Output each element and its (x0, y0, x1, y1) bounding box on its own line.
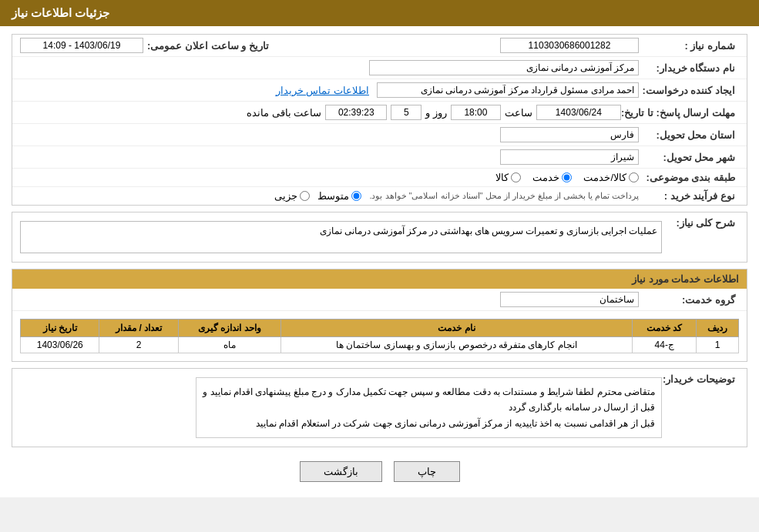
service-group-value-cell (20, 292, 639, 307)
buyer-note-line-3: قبل از هر اقدامی نسبت به اخذ تاییدیه از … (203, 416, 655, 431)
page-header: جزئیات اطلاعات نیاز (0, 0, 759, 26)
need-number-value-cell (273, 38, 639, 53)
deadline-value-cell: ساعت روز و ساعت باقی مانده (20, 105, 621, 120)
announce-datetime-label: تاریخ و ساعت اعلان عمومی: (143, 40, 273, 52)
cell-name: انجام کارهای متفرقه درخصوص بازسازی و بهس… (280, 337, 633, 353)
province-row: استان محل تحویل: (12, 124, 747, 146)
buyer-note-line-1: متقاضی محترم لطفا شرایط و مستندات به دقت… (203, 384, 655, 400)
main-content: شماره نیاز : تاریخ و ساعت اعلان عمومی: ن… (0, 26, 759, 497)
need-number-input[interactable] (500, 38, 639, 53)
need-number-label: شماره نیاز : (639, 40, 739, 52)
services-table: ردیف کد خدمت نام خدمت واحد اندازه گیری ت… (20, 319, 739, 353)
service-group-label: گروه خدمت: (639, 294, 739, 306)
announce-datetime-value-cell (20, 38, 143, 53)
table-header-row: ردیف کد خدمت نام خدمت واحد اندازه گیری ت… (21, 320, 739, 337)
purchase-type-radio-2[interactable] (351, 191, 361, 201)
city-value-cell (20, 149, 639, 165)
col-header-date: تاریخ نیاز (21, 320, 99, 337)
requester-row: ایجاد کننده درخواست: اطلاعات تماس خریدار (12, 79, 747, 102)
contact-link[interactable]: اطلاعات تماس خریدار (276, 85, 369, 96)
category-radio-1[interactable] (511, 172, 521, 182)
province-value-cell (20, 127, 639, 142)
deadline-date-input[interactable] (536, 105, 621, 120)
purchase-type-label: نوع فرآیند خرید : (639, 190, 739, 202)
purchase-type-radio-1[interactable] (300, 191, 310, 201)
deadline-label: مهلت ارسال پاسخ: تا تاریخ: (621, 107, 739, 119)
main-info-section: شماره نیاز : تاریخ و ساعت اعلان عمومی: ن… (12, 34, 747, 206)
buyer-notes-label: توضیحات خریدار: (662, 373, 739, 385)
days-label: روز و (425, 107, 447, 119)
requester-value-cell: اطلاعات تماس خریدار (20, 82, 639, 98)
purchase-type-note: پرداخت تمام یا بخشی از مبلغ خریدار از مح… (369, 191, 639, 201)
cell-unit: ماه (178, 337, 280, 353)
buyer-org-row: نام دستگاه خریدار: (12, 57, 747, 79)
col-header-name: نام خدمت (280, 320, 633, 337)
buyer-org-label: نام دستگاه خریدار: (639, 62, 739, 74)
city-row: شهر محل تحویل: (12, 146, 747, 169)
purchase-type-option-1[interactable]: جزیی (274, 190, 310, 202)
services-section-title: اطلاعات خدمات مورد نیاز (632, 273, 739, 285)
cell-code: ج-44 (633, 337, 697, 353)
buyer-notes-content: متقاضی محترم لطفا شرایط و مستندات به دقت… (196, 377, 662, 438)
services-section-header: اطلاعات خدمات مورد نیاز (12, 269, 747, 289)
need-desc-textarea[interactable]: عملیات اجرایی بازسازی و تعمیرات سرویس ها… (20, 221, 662, 253)
purchase-type-option-2[interactable]: متوسط (317, 190, 361, 202)
province-input[interactable] (500, 127, 639, 142)
buyer-note-line-2: قبل از ارسال در سامانه بارگذاری گردد (203, 400, 655, 415)
deadline-row: مهلت ارسال پاسخ: تا تاریخ: ساعت روز و سا… (12, 102, 747, 124)
cell-qty: 2 (99, 337, 178, 353)
purchase-type-row: نوع فرآیند خرید : پرداخت تمام یا بخشی از… (12, 187, 747, 205)
category-radio-3[interactable] (629, 172, 639, 182)
service-group-input[interactable] (500, 292, 639, 307)
city-input[interactable] (500, 149, 639, 165)
col-header-qty: تعداد / مقدار (99, 320, 178, 337)
requester-input[interactable] (377, 82, 639, 98)
buyer-notes-row: توضیحات خریدار: متقاضی محترم لطفا شرایط … (12, 369, 747, 447)
province-label: استان محل تحویل: (639, 129, 739, 141)
table-row: 1 ج-44 انجام کارهای متفرقه درخصوص بازساز… (21, 337, 739, 353)
city-label: شهر محل تحویل: (639, 152, 739, 163)
page-title: جزئیات اطلاعات نیاز (12, 6, 109, 19)
services-section: اطلاعات خدمات مورد نیاز گروه خدمت: ردیف … (12, 269, 747, 362)
need-desc-row: شرح کلی نیاز: عملیات اجرایی بازسازی و تع… (12, 212, 747, 262)
remain-time-input[interactable] (325, 105, 387, 120)
buyer-org-value-cell (20, 60, 639, 75)
page-wrapper: جزئیات اطلاعات نیاز شماره نیاز : تاریخ و… (0, 0, 759, 497)
print-button[interactable]: چاپ (394, 461, 460, 482)
buyer-notes-section: توضیحات خریدار: متقاضی محترم لطفا شرایط … (12, 368, 747, 447)
category-option-1[interactable]: کالا (495, 172, 521, 183)
need-desc-label: شرح کلی نیاز: (662, 217, 739, 229)
requester-label: ایجاد کننده درخواست: (639, 85, 739, 96)
col-header-unit: واحد اندازه گیری (178, 320, 280, 337)
need-desc-section: شرح کلی نیاز: عملیات اجرایی بازسازی و تع… (12, 212, 747, 263)
service-group-row: گروه خدمت: (12, 289, 747, 311)
need-desc-value-cell: عملیات اجرایی بازسازی و تعمیرات سرویس ها… (20, 217, 662, 257)
category-option-2[interactable]: خدمت (532, 172, 572, 183)
category-radio-2[interactable] (562, 172, 572, 182)
deadline-time-input[interactable] (451, 105, 501, 120)
buyer-org-input[interactable] (369, 60, 639, 75)
category-option-3[interactable]: کالا/خدمت (583, 172, 639, 183)
purchase-type-value-cell: پرداخت تمام یا بخشی از مبلغ خریدار از مح… (20, 190, 639, 202)
back-button[interactable]: بازگشت (300, 461, 382, 482)
buttons-row: بازگشت چاپ (12, 453, 747, 490)
category-value-cell: کالا/خدمت خدمت کالا (20, 172, 639, 183)
cell-row-num: 1 (697, 337, 739, 353)
need-number-row: شماره نیاز : تاریخ و ساعت اعلان عمومی: (12, 35, 747, 57)
col-header-code: کد خدمت (633, 320, 697, 337)
remain-time-label: ساعت باقی مانده (247, 107, 321, 119)
category-label: طبقه بندی موضوعی: (639, 172, 739, 183)
time-label: ساعت (505, 107, 532, 119)
cell-date: 1403/06/26 (21, 337, 99, 353)
col-header-row: ردیف (697, 320, 739, 337)
services-table-container: ردیف کد خدمت نام خدمت واحد اندازه گیری ت… (12, 311, 747, 361)
inner-content: شماره نیاز : تاریخ و ساعت اعلان عمومی: ن… (12, 35, 747, 205)
announce-datetime-input[interactable] (20, 38, 143, 53)
category-row: طبقه بندی موضوعی: کالا/خدمت خدمت کالا (12, 169, 747, 187)
deadline-days-input[interactable] (391, 105, 421, 120)
